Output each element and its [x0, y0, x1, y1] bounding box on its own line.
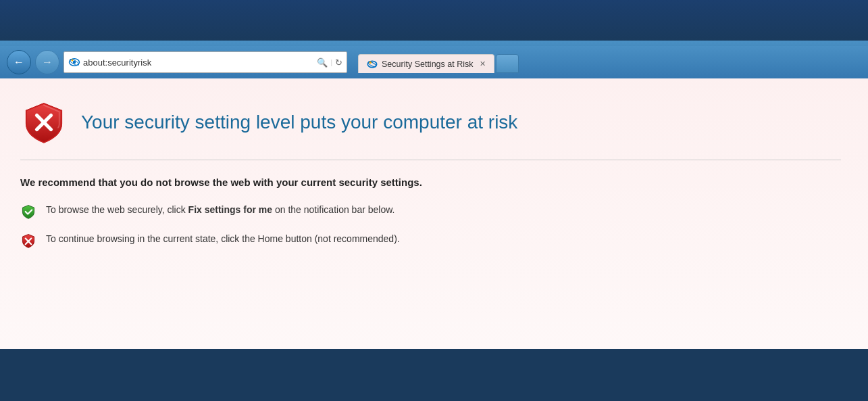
red-shield-x-icon: [20, 233, 36, 249]
ie-logo-icon: [68, 56, 80, 68]
new-tab-button[interactable]: [496, 54, 519, 73]
tab-label: Security Settings at Risk: [382, 60, 473, 69]
nav-bar: ← → 🔍 | ↻: [0, 46, 868, 78]
content-area: Your security setting level puts your co…: [0, 78, 868, 349]
window-top-bar: [0, 0, 868, 41]
page-heading: Your security setting level puts your co…: [81, 112, 517, 133]
back-button[interactable]: ←: [7, 50, 31, 74]
address-bar[interactable]: 🔍 | ↻: [63, 51, 347, 73]
tab-close-button[interactable]: ✕: [480, 60, 486, 68]
address-input[interactable]: [83, 57, 314, 68]
green-shield-check-icon: [20, 204, 36, 220]
active-tab[interactable]: Security Settings at Risk ✕: [358, 54, 494, 73]
svg-point-2: [73, 61, 76, 64]
tab-bar: Security Settings at Risk ✕: [351, 51, 519, 73]
search-icon[interactable]: 🔍: [317, 57, 328, 68]
bullet-home-text: To continue browsing in the current stat…: [46, 232, 400, 246]
bullet-fix-text: To browse the web securely, click Fix se…: [46, 203, 394, 217]
warning-paragraph: We recommend that you do not browse the …: [20, 176, 841, 188]
bullet-item-home: To continue browsing in the current stat…: [20, 232, 841, 249]
bullet-item-fix: To browse the web securely, click Fix se…: [20, 203, 841, 220]
tab-ie-logo-icon: [367, 59, 378, 70]
security-risk-shield-icon: [20, 99, 68, 146]
back-arrow-icon: ←: [14, 56, 24, 68]
refresh-icon[interactable]: ↻: [335, 57, 342, 68]
address-bar-icons: 🔍 | ↻: [317, 57, 342, 68]
browser-chrome: ← → 🔍 | ↻: [0, 41, 868, 78]
svg-point-6: [369, 61, 372, 63]
forward-button[interactable]: →: [35, 50, 59, 74]
fix-settings-label: Fix settings for me: [188, 204, 272, 215]
separator: |: [330, 59, 332, 66]
svg-point-3: [72, 60, 74, 62]
forward-arrow-icon: →: [42, 56, 53, 68]
divider: [20, 160, 841, 160]
security-header: Your security setting level puts your co…: [20, 99, 841, 146]
